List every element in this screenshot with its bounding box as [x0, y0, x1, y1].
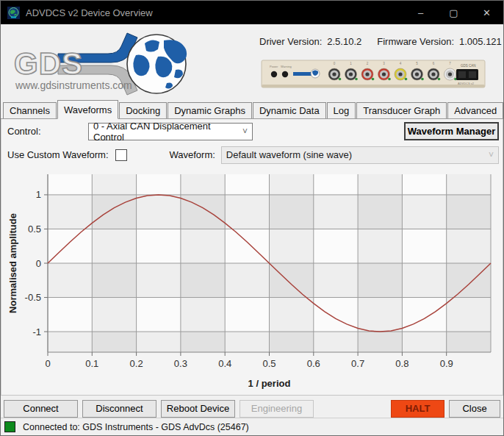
footer-button-row: ConnectDisconnectReboot DeviceEngineerin… [4, 399, 500, 418]
device-power-label: Power [270, 65, 278, 68]
header: GDS www.gdsinstruments.com Driver Versio… [1, 24, 503, 99]
control-select[interactable]: 0 - Axial CAN Displacement Control ˅ [88, 123, 253, 140]
tab-docking[interactable]: Docking [119, 102, 167, 118]
connection-status-indicator [4, 421, 15, 432]
close-button[interactable]: Close [449, 400, 500, 418]
device-can-label: GDS CAN [461, 64, 476, 68]
svg-text:-1: -1 [32, 326, 41, 337]
tab-advanced[interactable]: Advanced [447, 102, 503, 118]
logo-url-text: www.gdsinstruments.com [15, 79, 132, 91]
svg-text:0.8: 0.8 [395, 358, 408, 369]
use-custom-waveform-label: Use Custom Waveform: [7, 149, 109, 160]
svg-text:1: 1 [36, 189, 41, 200]
driver-version-label: Driver Version: [259, 36, 322, 47]
logo-text-gds: GDS [14, 46, 83, 81]
tab-waveforms[interactable]: Waveforms [57, 100, 118, 119]
use-custom-waveform-checkbox[interactable] [115, 149, 127, 161]
waveform-row: Use Custom Waveform: Waveform: Default w… [7, 146, 499, 163]
tab-strip: ChannelsWaveformsDockingDynamic GraphsDy… [1, 99, 503, 119]
svg-text:0.5: 0.5 [28, 224, 41, 235]
waveforms-tab-page: Control: 0 - Axial CAN Displacement Cont… [1, 119, 503, 396]
tab-transducer-graph[interactable]: Transducer Graph [356, 102, 447, 118]
device-model-label: ADVDCS v2 [458, 82, 475, 85]
maximize-icon[interactable]: ▢ [437, 1, 470, 24]
tab-log[interactable]: Log [327, 102, 356, 118]
status-bar: Connected to: GDS Instruments - GDS AdvD… [1, 418, 503, 435]
svg-text:0.7: 0.7 [351, 358, 364, 369]
firmware-version-label: Firmware Version: [377, 36, 454, 47]
svg-text:0.1: 0.1 [85, 358, 98, 369]
chevron-down-icon: ˅ [483, 150, 494, 160]
window-title: ADVDCS v2 Device Overview [26, 7, 404, 18]
tab-dynamic-graphs[interactable]: Dynamic Graphs [168, 102, 252, 118]
svg-text:0.3: 0.3 [174, 358, 187, 369]
svg-text:Normalised amplitude: Normalised amplitude [7, 213, 18, 313]
advdcs-window: ADVDCS v2 Device Overview – ▢ ✕ GDS www.… [0, 0, 504, 436]
firmware-version-value: 1.005.121 [459, 36, 502, 47]
chart-area: 00.10.20.30.40.50.60.70.80.910.50-0.5-11… [1, 166, 503, 396]
svg-text:-0.5: -0.5 [25, 292, 41, 303]
chevron-down-icon: ˅ [237, 126, 248, 137]
control-row: Control: 0 - Axial CAN Displacement Cont… [7, 122, 499, 140]
engineering-button: Engineering [240, 400, 314, 418]
svg-text:0: 0 [45, 358, 50, 369]
tab-channels[interactable]: Channels [3, 102, 57, 118]
minimize-icon[interactable]: – [404, 1, 437, 24]
waveform-select-value: Default waveform (sine wave) [226, 149, 352, 160]
waveform-chart: 00.10.20.30.40.50.60.70.80.910.50-0.5-11… [1, 166, 503, 396]
waveform-manager-button[interactable]: Waveform Manager [404, 122, 499, 140]
waveform-select[interactable]: Default waveform (sine wave) ˅ [221, 146, 499, 164]
device-warning-label: Warning [281, 65, 292, 68]
control-select-value: 0 - Axial CAN Displacement Control [93, 121, 237, 143]
waveform-label: Waveform: [170, 149, 215, 160]
driver-version-value: 2.5.10.2 [327, 36, 361, 47]
svg-text:0.4: 0.4 [218, 358, 231, 369]
title-bar: ADVDCS v2 Device Overview – ▢ ✕ [1, 1, 503, 24]
control-label: Control: [7, 126, 88, 137]
gds-logo: GDS www.gdsinstruments.com [1, 24, 251, 98]
version-info: Driver Version: 2.5.10.2 Firmware Versio… [259, 36, 499, 47]
svg-text:0.9: 0.9 [440, 358, 453, 369]
svg-text:0: 0 [36, 258, 41, 269]
app-globe-icon [7, 7, 20, 19]
svg-text:0.2: 0.2 [130, 358, 143, 369]
svg-text:1 / period: 1 / period [248, 378, 291, 389]
close-icon[interactable]: ✕ [470, 1, 503, 24]
connection-status-text: Connected to: GDS Instruments - GDS AdvD… [23, 422, 249, 432]
svg-text:0.5: 0.5 [262, 358, 276, 369]
halt-button[interactable]: HALT [391, 400, 444, 418]
svg-text:0.6: 0.6 [307, 358, 320, 369]
connect-button[interactable]: Connect [4, 400, 78, 418]
disconnect-button[interactable]: Disconnect [82, 400, 156, 418]
device-photo: Power Warning 01234567 GDS CAN ADVDCS v2 [261, 58, 486, 90]
reboot-device-button[interactable]: Reboot Device [161, 400, 235, 418]
tab-dynamic-data[interactable]: Dynamic Data [253, 102, 326, 118]
